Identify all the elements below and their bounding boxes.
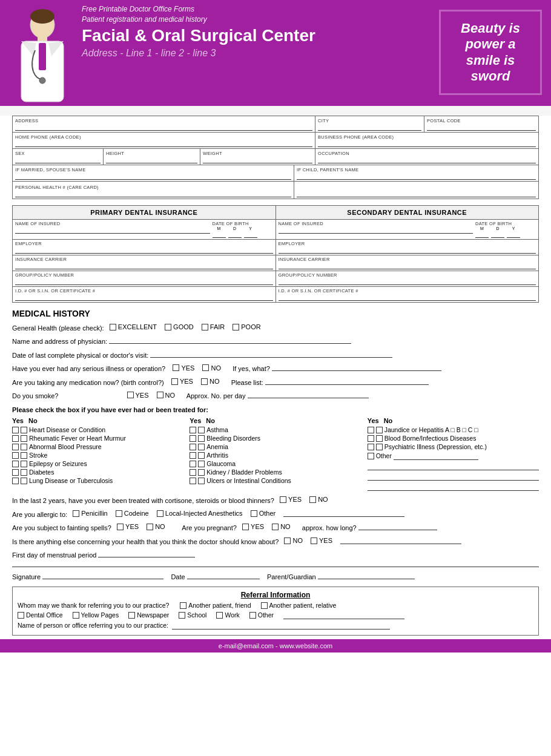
health-cell2[interactable] <box>294 182 538 199</box>
occupation-input[interactable] <box>318 156 536 163</box>
epilepsy-no-cb[interactable] <box>21 461 27 467</box>
primary-employer-input[interactable] <box>15 246 273 254</box>
secondary-dob-y[interactable]: Y <box>507 226 520 238</box>
anemia-yes-cb[interactable] <box>190 444 196 450</box>
secondary-id-input[interactable] <box>279 294 536 301</box>
business-phone-input[interactable] <box>318 140 536 147</box>
relative-check[interactable]: Another patient, relative <box>261 602 337 609</box>
primary-id-input[interactable] <box>15 294 273 301</box>
cortisone-no[interactable]: NO <box>309 495 328 505</box>
bloodborne-yes-cb[interactable] <box>368 435 374 442</box>
primary-id-cell[interactable]: I.D. # OR S.I.N. OR CERTIFICATE # <box>13 287 276 302</box>
secondary-name-input[interactable] <box>279 226 473 234</box>
secondary-id-cell[interactable]: I.D. # OR S.I.N. OR CERTIFICATE # <box>276 287 539 302</box>
pregnant-no[interactable]: NO <box>272 522 291 532</box>
glaucoma-yes-cb[interactable] <box>190 461 196 467</box>
psychiatric-no-cb[interactable] <box>376 444 383 450</box>
secondary-dob-m[interactable]: M <box>475 226 489 238</box>
bp-no-cb[interactable] <box>21 444 27 450</box>
bp-yes-cb[interactable] <box>12 444 19 450</box>
health-input[interactable] <box>15 190 291 197</box>
diabetes-yes-cb[interactable] <box>12 469 19 476</box>
excellent-check[interactable]: EXCELLENT <box>110 322 157 332</box>
rheumatic-yes-cb[interactable] <box>12 435 19 442</box>
arthritis-yes-cb[interactable] <box>190 452 196 459</box>
pregnant-yes[interactable]: YES <box>242 522 264 532</box>
fainting-yes[interactable]: YES <box>117 522 139 532</box>
parent-input[interactable] <box>297 173 536 180</box>
physician-input[interactable] <box>109 335 351 344</box>
illness-yes[interactable]: YES <box>173 363 194 373</box>
signature-input[interactable] <box>42 571 163 579</box>
penicillin-check[interactable]: Penicillin <box>73 508 107 519</box>
primary-carrier-cell[interactable]: INSURANCE CARRIER <box>13 255 276 271</box>
yellow-pages-check[interactable]: Yellow Pages <box>73 611 119 619</box>
postal-cell[interactable]: POSTAL CODE <box>424 116 538 132</box>
other-line3[interactable] <box>368 472 539 481</box>
referrer-name-input[interactable] <box>172 621 390 629</box>
address-input[interactable] <box>15 123 312 131</box>
secondary-carrier-cell[interactable]: INSURANCE CARRIER <box>276 255 539 271</box>
health-input2[interactable] <box>297 190 536 197</box>
other-line4[interactable] <box>368 482 539 491</box>
epilepsy-yes-cb[interactable] <box>12 461 19 467</box>
secondary-dob-d[interactable]: D <box>491 226 504 238</box>
jaundice-yes-cb[interactable] <box>368 427 374 433</box>
weight-cell[interactable]: WEIGHT <box>200 149 315 165</box>
primary-group-input[interactable] <box>15 278 273 285</box>
secondary-employer-cell[interactable]: EMPLOYER <box>276 240 539 255</box>
lung-no-cb[interactable] <box>21 478 27 484</box>
diabetes-no-cb[interactable] <box>21 469 27 476</box>
guardian-input[interactable] <box>318 571 415 579</box>
fair-check[interactable]: FAIR <box>202 322 225 332</box>
school-check[interactable]: School <box>179 611 206 619</box>
business-phone-cell[interactable]: BUSINESS PHONE (AREA CODE) <box>315 133 538 148</box>
primary-group-cell[interactable]: GROUP/POLICY NUMBER <box>13 271 276 286</box>
menstrual-input[interactable] <box>98 549 195 557</box>
newspaper-check[interactable]: Newspaper <box>128 611 169 619</box>
secondary-name-field[interactable]: NAME OF INSURED <box>279 221 473 238</box>
fair-checkbox[interactable] <box>202 324 208 330</box>
other-yes-cb[interactable] <box>368 453 374 459</box>
glaucoma-no-cb[interactable] <box>198 461 205 467</box>
primary-employer-cell[interactable]: EMPLOYER <box>13 240 276 255</box>
other-allergy-check[interactable]: Other <box>251 508 276 519</box>
bleeding-no-cb[interactable] <box>198 435 205 442</box>
last-physical-input[interactable] <box>150 349 392 358</box>
work-check[interactable]: Work <box>216 611 239 619</box>
kidney-no-cb[interactable] <box>198 469 205 476</box>
meds-list-input[interactable] <box>265 376 429 385</box>
pregnant-approx-input[interactable] <box>358 522 437 530</box>
health-cell[interactable]: PERSONAL HEALTH # (CARE CARD) <box>13 182 294 199</box>
parent-cell[interactable]: IF CHILD, PARENT'S NAME <box>294 165 538 181</box>
friend-check[interactable]: Another patient, friend <box>180 602 251 609</box>
primary-insured-cell[interactable]: NAME OF INSURED DATE OF BIRTH M D Y <box>13 220 276 239</box>
cortisone-yes[interactable]: YES <box>280 495 302 505</box>
home-phone-cell[interactable]: HOME PHONE (AREA CODE) <box>13 133 315 148</box>
bleeding-yes-cb[interactable] <box>190 435 196 442</box>
primary-dob-m[interactable]: M <box>213 226 226 238</box>
city-input[interactable] <box>318 123 421 131</box>
excellent-checkbox[interactable] <box>110 324 116 330</box>
anything-yes[interactable]: YES <box>311 536 332 546</box>
primary-dob-d[interactable]: D <box>228 226 242 238</box>
kidney-yes-cb[interactable] <box>190 469 196 476</box>
illness-no[interactable]: NO <box>202 363 221 373</box>
other-ref-check[interactable]: Other <box>249 611 274 619</box>
sex-cell[interactable]: SEX <box>13 149 104 165</box>
ulcers-yes-cb[interactable] <box>190 478 196 484</box>
secondary-group-cell[interactable]: GROUP/POLICY NUMBER <box>276 271 539 286</box>
good-checkbox[interactable] <box>165 324 171 330</box>
primary-carrier-input[interactable] <box>15 262 273 269</box>
occupation-cell[interactable]: OCCUPATION <box>315 149 538 165</box>
height-cell[interactable]: HEIGHT <box>104 149 200 165</box>
asthma-yes-cb[interactable] <box>190 427 196 433</box>
spouse-cell[interactable]: IF MARRIED, SPOUSE'S NAME <box>13 165 294 181</box>
rheumatic-no-cb[interactable] <box>21 435 27 442</box>
height-input[interactable] <box>106 156 197 163</box>
primary-dob-y[interactable]: Y <box>244 226 257 238</box>
asthma-no-cb[interactable] <box>198 427 205 433</box>
good-check[interactable]: GOOD <box>165 322 194 332</box>
other-line2[interactable] <box>368 462 539 470</box>
meds-yes[interactable]: YES <box>171 376 193 387</box>
